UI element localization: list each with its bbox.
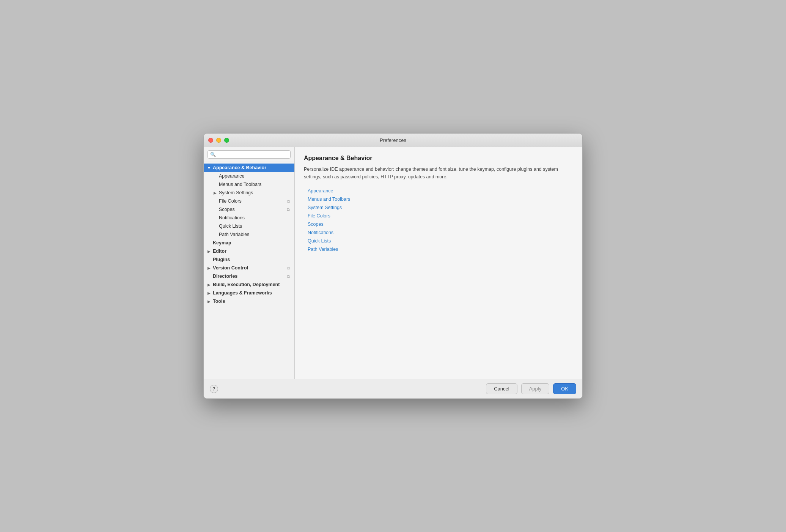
chevron-icon	[207, 274, 211, 279]
sidebar-item-build-execution-deployment[interactable]: ▶Build, Execution, Deployment	[204, 280, 294, 289]
chevron-icon: ▶	[207, 282, 211, 287]
sidebar-item-tools[interactable]: ▶Tools	[204, 297, 294, 305]
sidebar-item-path-variables[interactable]: Path Variables	[204, 230, 294, 239]
sidebar-item-label: Quick Lists	[219, 224, 291, 229]
sidebar-item-label: Keymap	[213, 240, 291, 246]
sidebar-tree: ▼Appearance & BehaviorAppearanceMenus an…	[204, 162, 294, 307]
sidebar: 🔍 ▼Appearance & BehaviorAppearanceMenus …	[204, 147, 295, 379]
sidebar-item-label: Plugins	[213, 257, 291, 262]
sidebar-item-appearance[interactable]: Appearance	[204, 172, 294, 180]
sidebar-item-notifications[interactable]: Notifications	[204, 214, 294, 222]
sidebar-item-keymap[interactable]: Keymap	[204, 239, 294, 247]
copy-icon: ⧉	[285, 274, 291, 279]
search-input-wrap[interactable]: 🔍	[208, 150, 291, 159]
main-content: 🔍 ▼Appearance & BehaviorAppearanceMenus …	[204, 147, 582, 379]
chevron-icon	[213, 224, 217, 228]
sidebar-item-appearance-behavior[interactable]: ▼Appearance & Behavior	[204, 164, 294, 172]
link-appearance[interactable]: Appearance	[308, 188, 573, 194]
chevron-icon	[213, 182, 217, 187]
window-title: Preferences	[380, 137, 406, 143]
search-input[interactable]	[217, 152, 288, 157]
sidebar-item-label: File Colors	[219, 198, 285, 204]
content-title: Appearance & Behavior	[304, 155, 573, 162]
chevron-icon: ▶	[207, 249, 211, 253]
footer-right: Cancel Apply OK	[486, 383, 576, 394]
sidebar-item-file-colors[interactable]: File Colors⧉	[204, 197, 294, 205]
chevron-icon: ▶	[207, 291, 211, 295]
chevron-icon	[213, 216, 217, 220]
sidebar-item-label: Build, Execution, Deployment	[213, 282, 291, 287]
link-system-settings[interactable]: System Settings	[308, 205, 573, 210]
link-list: AppearanceMenus and ToolbarsSystem Setti…	[304, 188, 573, 252]
apply-button[interactable]: Apply	[521, 383, 550, 394]
title-bar: Preferences	[204, 134, 582, 147]
footer: ? Cancel Apply OK	[204, 379, 582, 398]
link-quick-lists[interactable]: Quick Lists	[308, 238, 573, 244]
sidebar-item-label: Languages & Frameworks	[213, 290, 291, 296]
sidebar-item-plugins[interactable]: Plugins	[204, 255, 294, 264]
search-bar: 🔍	[204, 147, 294, 162]
sidebar-item-label: Appearance	[219, 173, 291, 179]
sidebar-item-languages-frameworks[interactable]: ▶Languages & Frameworks	[204, 289, 294, 297]
preferences-window: Preferences 🔍 ▼Appearance & BehaviorAppe…	[203, 133, 583, 399]
sidebar-item-scopes[interactable]: Scopes⧉	[204, 205, 294, 214]
sidebar-item-label: Notifications	[219, 215, 291, 220]
traffic-lights	[208, 138, 229, 143]
close-button[interactable]	[208, 138, 213, 143]
link-file-colors[interactable]: File Colors	[308, 213, 573, 219]
ok-button[interactable]: OK	[553, 383, 576, 394]
sidebar-item-version-control[interactable]: ▶Version Control⧉	[204, 264, 294, 272]
sidebar-item-quick-lists[interactable]: Quick Lists	[204, 222, 294, 230]
copy-icon: ⧉	[285, 266, 291, 270]
maximize-button[interactable]	[224, 138, 229, 143]
sidebar-item-system-settings[interactable]: ▶System Settings	[204, 189, 294, 197]
sidebar-item-label: Directories	[213, 274, 285, 279]
sidebar-item-editor[interactable]: ▶Editor	[204, 247, 294, 255]
footer-left: ?	[210, 385, 218, 393]
content-description: Personalize IDE appearance and behavior:…	[304, 165, 573, 181]
sidebar-item-label: Tools	[213, 299, 291, 304]
cancel-button[interactable]: Cancel	[486, 383, 517, 394]
chevron-icon: ▼	[207, 165, 211, 170]
content-panel: Appearance & Behavior Personalize IDE ap…	[295, 147, 582, 379]
chevron-icon	[213, 174, 217, 178]
copy-icon: ⧉	[285, 207, 291, 212]
link-notifications[interactable]: Notifications	[308, 230, 573, 235]
chevron-icon	[213, 199, 217, 203]
sidebar-item-label: Version Control	[213, 265, 285, 271]
minimize-button[interactable]	[216, 138, 221, 143]
sidebar-item-label: System Settings	[219, 190, 291, 195]
help-button[interactable]: ?	[210, 385, 218, 393]
chevron-icon: ▶	[207, 266, 211, 270]
link-path-variables[interactable]: Path Variables	[308, 247, 573, 252]
chevron-icon	[207, 241, 211, 245]
chevron-icon: ▶	[213, 190, 217, 195]
chevron-icon	[207, 257, 211, 262]
sidebar-item-label: Scopes	[219, 207, 285, 212]
chevron-icon: ▶	[207, 299, 211, 304]
sidebar-item-label: Appearance & Behavior	[213, 165, 291, 170]
chevron-icon	[213, 232, 217, 237]
sidebar-item-label: Menus and Toolbars	[219, 182, 291, 187]
chevron-icon	[213, 207, 217, 212]
sidebar-item-directories[interactable]: Directories⧉	[204, 272, 294, 280]
sidebar-item-label: Path Variables	[219, 232, 291, 237]
sidebar-item-label: Editor	[213, 249, 291, 254]
sidebar-item-menus-toolbars[interactable]: Menus and Toolbars	[204, 180, 294, 189]
link-menus-toolbars[interactable]: Menus and Toolbars	[308, 197, 573, 202]
copy-icon: ⧉	[285, 199, 291, 203]
link-scopes[interactable]: Scopes	[308, 222, 573, 227]
search-icon: 🔍	[210, 152, 216, 157]
